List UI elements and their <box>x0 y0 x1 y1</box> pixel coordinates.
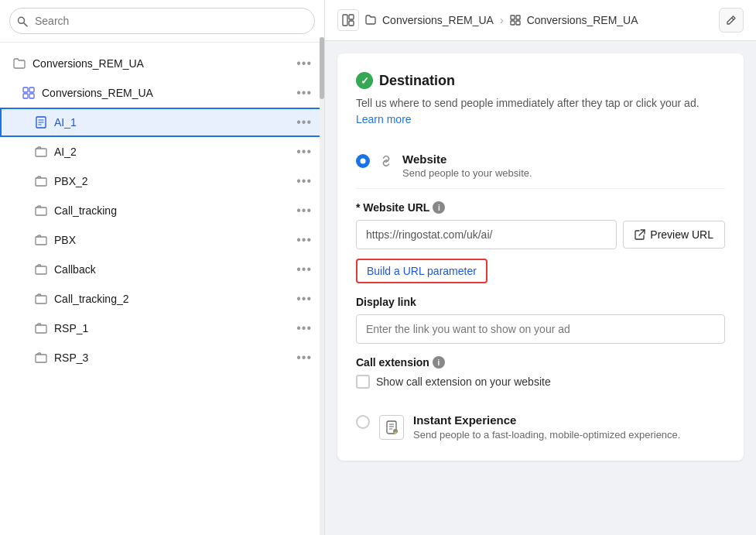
svg-line-1 <box>24 23 28 27</box>
preview-url-button[interactable]: Preview URL <box>623 221 725 249</box>
destination-title: Destination <box>379 73 455 89</box>
sidebar-item-call-tracking2[interactable]: Call_tracking_2 ••• <box>0 284 324 314</box>
sidebar-item-menu[interactable]: ••• <box>293 320 315 337</box>
sidebar-item-menu[interactable]: ••• <box>293 84 315 101</box>
breadcrumb-part2: Conversions_REM_UA <box>527 14 638 26</box>
grid-icon <box>22 86 36 100</box>
search-input[interactable] <box>9 8 315 34</box>
sidebar-item-label: PBX <box>54 234 293 246</box>
destination-header: ✓ Destination <box>356 72 725 89</box>
instant-experience-option[interactable]: ⚡ Instant Experience Send people to a fa… <box>356 401 725 442</box>
sidebar-item-label: Conversions_REM_UA <box>42 87 293 99</box>
sidebar-item-menu[interactable]: ••• <box>293 231 315 249</box>
url-input-row: Preview URL <box>356 220 725 249</box>
sidebar-item-rsp1[interactable]: RSP_1 ••• <box>0 314 324 343</box>
sidebar-item-label: Conversions_REM_UA <box>32 57 293 70</box>
link-icon <box>379 154 393 168</box>
svg-text:⚡: ⚡ <box>393 430 399 435</box>
sidebar-item-menu[interactable]: ••• <box>293 173 315 190</box>
svg-rect-17 <box>36 355 46 362</box>
sidebar-item-label: RSP_1 <box>54 322 293 334</box>
breadcrumb-folder-icon <box>365 15 376 26</box>
svg-rect-21 <box>511 15 515 19</box>
sidebar-item-label: AI_1 <box>54 116 293 129</box>
sidebar-item-menu[interactable]: ••• <box>293 55 315 72</box>
sidebar-item-menu[interactable]: ••• <box>293 143 315 160</box>
svg-rect-11 <box>36 178 46 186</box>
sidebar-item-menu[interactable]: ••• <box>293 261 315 278</box>
svg-line-25 <box>732 18 734 20</box>
folder-icon <box>34 351 48 365</box>
sidebar-item-pbx[interactable]: PBX ••• <box>0 225 324 255</box>
sidebar-item-ai2[interactable]: AI_2 ••• <box>0 137 324 166</box>
svg-rect-14 <box>36 266 46 274</box>
sidebar-item-ai1[interactable]: AI_1 ••• <box>0 108 324 137</box>
sidebar-item-label: AI_2 <box>54 146 293 158</box>
sidebar: Conversions_REM_UA ••• Conversions_REM_U… <box>0 0 325 535</box>
sidebar-item-label: Call_tracking <box>54 204 293 217</box>
right-panel: Conversions_REM_UA › Conversions_REM_UA … <box>325 0 756 535</box>
svg-rect-19 <box>349 15 354 19</box>
svg-rect-16 <box>36 325 46 333</box>
page-icon <box>34 115 48 129</box>
sidebar-item-rsp3[interactable]: RSP_3 ••• <box>0 343 324 372</box>
website-option[interactable]: Website Send people to your website. <box>356 143 725 189</box>
call-extension-checkbox[interactable] <box>356 375 370 389</box>
call-extension-section: Call extension i Show call extension on … <box>356 356 725 389</box>
svg-rect-4 <box>23 94 28 98</box>
info-icon: i <box>433 201 445 214</box>
destination-description: Tell us where to send people immediately… <box>356 95 725 128</box>
call-extension-checkbox-label: Show call extension on your website <box>376 376 551 388</box>
sidebar-item-label: Call_tracking_2 <box>54 293 293 305</box>
instant-exp-icon: ⚡ <box>379 415 404 440</box>
sidebar-item-menu[interactable]: ••• <box>293 290 315 307</box>
destination-card: ✓ Destination Tell us where to send peop… <box>337 53 744 461</box>
learn-more-link[interactable]: Learn more <box>356 113 412 125</box>
display-link-input[interactable] <box>356 314 725 344</box>
tree-container: Conversions_REM_UA ••• Conversions_REM_U… <box>0 43 324 535</box>
sidebar-item-menu[interactable]: ••• <box>293 114 315 131</box>
breadcrumb-part1: Conversions_REM_UA <box>382 14 494 26</box>
folder-icon <box>34 292 48 306</box>
sidebar-item-pbx2[interactable]: PBX_2 ••• <box>0 166 324 196</box>
folder-icon <box>34 233 48 247</box>
svg-rect-22 <box>516 15 520 19</box>
pencil-icon <box>726 15 737 26</box>
url-label: * Website URL i <box>356 201 725 214</box>
svg-rect-3 <box>29 87 34 92</box>
website-url-input[interactable] <box>356 220 617 249</box>
display-link-label: Display link <box>356 296 725 308</box>
svg-rect-12 <box>36 207 46 215</box>
sidebar-item-callback[interactable]: Callback ••• <box>0 255 324 284</box>
folder-icon <box>34 262 48 276</box>
sidebar-item-label: PBX_2 <box>54 175 293 187</box>
check-icon: ✓ <box>356 72 373 89</box>
folder-icon <box>34 204 48 218</box>
search-bar <box>0 0 324 43</box>
search-icon <box>17 15 28 27</box>
svg-rect-23 <box>511 21 515 25</box>
folder-icon <box>34 174 48 188</box>
sidebar-item-label: RSP_3 <box>54 352 293 364</box>
panel-toggle-icon[interactable] <box>337 9 359 31</box>
sidebar-item-call-tracking[interactable]: Call_tracking ••• <box>0 196 324 225</box>
folder-root-icon <box>12 57 26 70</box>
svg-rect-15 <box>36 296 46 304</box>
instant-experience-content: Instant Experience Send people to a fast… <box>413 413 680 442</box>
sidebar-item-conversions-root[interactable]: Conversions_REM_UA ••• <box>0 49 324 78</box>
svg-rect-20 <box>349 21 354 26</box>
radio-website-selected <box>356 154 370 168</box>
sidebar-item-conversions-sub[interactable]: Conversions_REM_UA ••• <box>0 78 324 108</box>
sidebar-item-menu[interactable]: ••• <box>293 349 315 366</box>
website-option-subtitle: Send people to your website. <box>402 167 725 179</box>
edit-button[interactable] <box>719 8 744 33</box>
url-section: * Website URL i Preview URL Build a URL <box>356 201 725 296</box>
breadcrumb-grid-icon <box>510 15 521 26</box>
build-url-link[interactable]: Build a URL parameter <box>356 259 487 283</box>
svg-rect-5 <box>29 94 34 98</box>
scrollbar-thumb[interactable] <box>320 37 324 99</box>
website-option-content: Website Send people to your website. <box>402 153 725 179</box>
instant-exp-desc: Send people to a fast-loading, mobile-op… <box>413 428 680 442</box>
svg-line-26 <box>639 230 645 235</box>
sidebar-item-menu[interactable]: ••• <box>293 202 315 219</box>
